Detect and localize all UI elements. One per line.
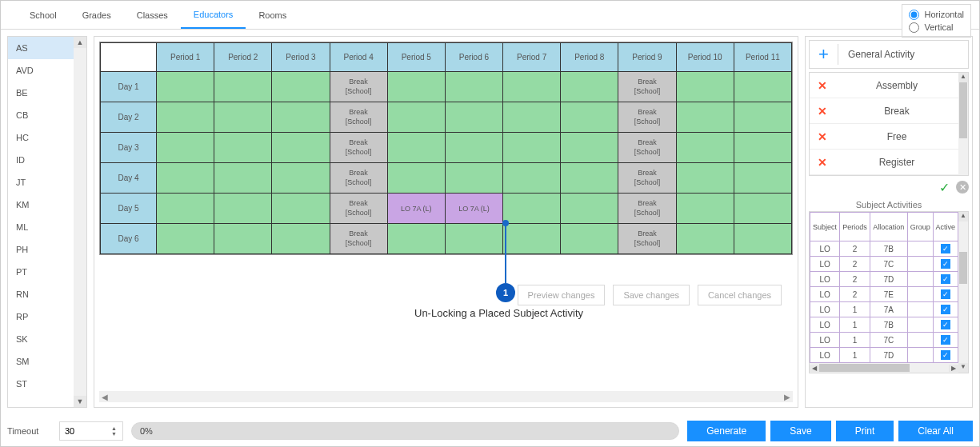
grid-cell[interactable] [734,133,791,163]
grid-cell[interactable] [214,194,272,224]
save-changes-button[interactable]: Save changes [613,285,690,305]
grid-cell[interactable] [503,102,561,133]
generate-button[interactable]: Generate [687,421,766,441]
grid-cell[interactable]: Break[School] [618,194,676,224]
clear-all-button[interactable]: Clear All [898,421,973,441]
grid-cell[interactable] [561,224,618,254]
grid-cell[interactable] [445,163,502,194]
grid-cell[interactable] [503,72,561,102]
sidebar-item-as[interactable]: AS [8,37,74,59]
grid-cell[interactable] [734,72,791,102]
grid-cell[interactable] [676,102,734,133]
grid-cell[interactable]: LO 7A (L) [387,194,445,224]
remove-icon[interactable]: ✕ [810,130,835,143]
sidebar-item-st[interactable]: ST [8,373,74,395]
grid-cell[interactable] [214,133,272,163]
subject-row[interactable]: LO27B✓ [810,241,958,257]
grid-cell[interactable] [561,102,618,133]
activity-assembly[interactable]: ✕Assembly [810,73,958,98]
subject-row[interactable]: LO17B✓ [810,317,958,333]
activity-break[interactable]: ✕Break [810,98,958,124]
grid-cell[interactable]: Break[School] [330,102,387,133]
sidebar-item-rp[interactable]: RP [8,305,74,328]
grid-cell[interactable] [272,194,330,224]
grid-cell[interactable] [157,133,214,163]
tab-grades[interactable]: Grades [70,2,124,28]
tab-rooms[interactable]: Rooms [246,2,299,28]
grid-cell[interactable] [214,102,272,133]
grid-cell[interactable] [676,133,734,163]
sidebar-scrollbar[interactable]: ▲ ▼ [74,37,86,407]
preview-changes-button[interactable]: Preview changes [518,285,606,305]
sidebar-item-sm[interactable]: SM [8,350,74,373]
active-checkbox[interactable]: ✓ [941,335,950,345]
grid-cell[interactable] [445,133,502,163]
grid-cell[interactable] [561,133,618,163]
grid-cell[interactable] [272,224,330,254]
cancel-changes-button[interactable]: Cancel changes [698,285,782,305]
grid-cell[interactable]: Break[School] [330,163,387,194]
grid-cell[interactable]: Break[School] [618,163,676,194]
subject-row[interactable]: LO17D✓ [810,348,958,363]
tab-school[interactable]: School [17,2,70,28]
sidebar-item-ml[interactable]: ML [8,216,74,238]
orientation-horizontal[interactable]: Horizontal [909,8,964,21]
grid-cell[interactable] [387,163,445,194]
grid-cell[interactable] [503,194,561,224]
plus-icon[interactable]: + [810,44,838,65]
grid-cell[interactable] [734,194,791,224]
sidebar-item-id[interactable]: ID [8,149,74,171]
tab-educators[interactable]: Educators [181,2,246,29]
grid-cell[interactable] [157,224,214,254]
grid-cell[interactable] [734,102,791,133]
general-activity-header[interactable]: + General Activity [809,40,969,69]
sidebar-item-rn[interactable]: RN [8,283,74,305]
grid-cell[interactable] [387,102,445,133]
grid-cell[interactable]: Break[School] [330,72,387,102]
grid-cell[interactable]: Break[School] [330,224,387,254]
subject-row[interactable]: LO17C✓ [810,333,958,348]
grid-hscroll[interactable]: ◀▶ [99,391,793,402]
grid-cell[interactable]: Break[School] [618,133,676,163]
grid-cell[interactable] [387,72,445,102]
print-button[interactable]: Print [836,421,894,441]
subject-vscroll[interactable]: ▲ ▼ [958,212,968,373]
subject-row[interactable]: LO27E✓ [810,287,958,302]
grid-cell[interactable] [214,224,272,254]
grid-cell[interactable] [272,102,330,133]
grid-cell[interactable] [272,72,330,102]
grid-cell[interactable]: Break[School] [330,194,387,224]
sidebar-item-pt[interactable]: PT [8,261,74,283]
grid-cell[interactable] [676,72,734,102]
subject-row[interactable]: LO17A✓ [810,302,958,317]
grid-cell[interactable] [157,72,214,102]
grid-cell[interactable] [503,163,561,194]
grid-cell[interactable] [676,224,734,254]
orientation-vertical[interactable]: Vertical [909,21,964,34]
timeout-spinner[interactable]: ▲▼ [59,421,123,441]
active-checkbox[interactable]: ✓ [941,305,950,314]
grid-cell[interactable] [445,224,502,254]
confirm-icon[interactable]: ✓ [939,180,950,195]
grid-cell[interactable]: Break[School] [330,133,387,163]
sidebar-item-be[interactable]: BE [8,82,74,104]
grid-cell[interactable] [676,194,734,224]
remove-icon[interactable]: ✕ [810,156,835,169]
grid-cell[interactable] [387,224,445,254]
grid-cell[interactable] [734,224,791,254]
cancel-icon[interactable]: ✕ [956,181,969,194]
active-checkbox[interactable]: ✓ [941,320,950,329]
remove-icon[interactable]: ✕ [810,105,835,118]
grid-cell[interactable] [734,163,791,194]
grid-cell[interactable] [157,194,214,224]
active-checkbox[interactable]: ✓ [941,274,950,284]
subject-row[interactable]: LO27C✓ [810,257,958,272]
grid-cell[interactable] [157,163,214,194]
sidebar-item-jt[interactable]: JT [8,171,74,194]
grid-cell[interactable]: Break[School] [618,72,676,102]
active-checkbox[interactable]: ✓ [941,244,950,253]
grid-cell[interactable] [157,102,214,133]
save-button[interactable]: Save [770,421,830,441]
activity-free[interactable]: ✕Free [810,124,958,150]
sidebar-item-km[interactable]: KM [8,194,74,216]
